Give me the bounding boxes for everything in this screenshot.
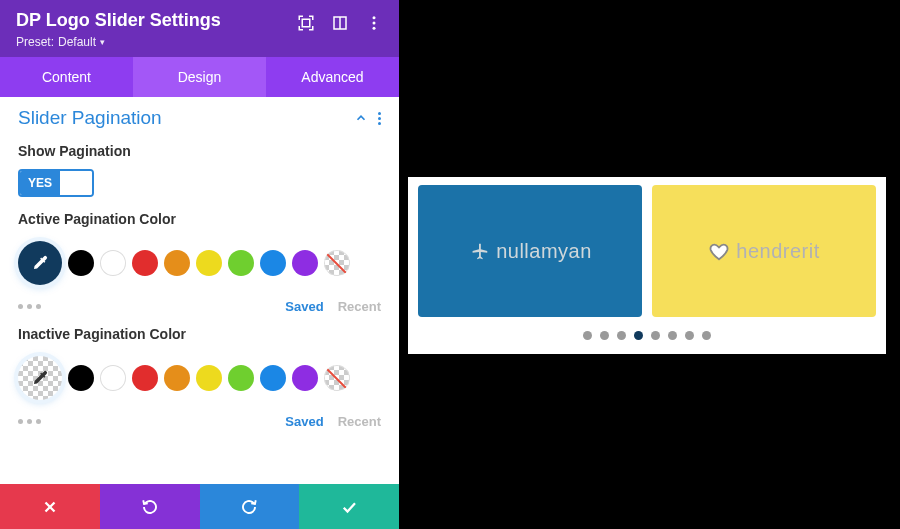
- pagination-dot[interactable]: [668, 331, 677, 340]
- tab-design[interactable]: Design: [133, 57, 266, 97]
- swatch-orange[interactable]: [164, 250, 190, 276]
- recent-link[interactable]: Recent: [338, 414, 381, 429]
- swatch-purple[interactable]: [292, 365, 318, 391]
- field-show-pagination: Show Pagination YES: [0, 139, 399, 207]
- inactive-swatches: [18, 352, 381, 400]
- pagination-dot[interactable]: [583, 331, 592, 340]
- pagination-dot[interactable]: [600, 331, 609, 340]
- cancel-button[interactable]: [0, 484, 100, 529]
- svg-point-4: [373, 22, 376, 25]
- pagination-dot[interactable]: [702, 331, 711, 340]
- field-active-color: Active Pagination Color: [0, 207, 399, 295]
- svg-rect-0: [302, 19, 310, 27]
- plane-icon: [468, 240, 490, 262]
- eyedropper-icon: [31, 254, 49, 272]
- swatch-orange[interactable]: [164, 365, 190, 391]
- pagination-dot[interactable]: [651, 331, 660, 340]
- preset-value: Default: [58, 35, 96, 49]
- show-pagination-label: Show Pagination: [18, 143, 381, 159]
- toggle-yes-label: YES: [20, 171, 60, 195]
- undo-button[interactable]: [100, 484, 200, 529]
- panel-footer: [0, 484, 399, 529]
- recent-link[interactable]: Recent: [338, 299, 381, 314]
- swatch-red[interactable]: [132, 250, 158, 276]
- tab-content[interactable]: Content: [0, 57, 133, 97]
- logo-card-2[interactable]: hendrerit: [652, 185, 876, 317]
- swatch-yellow[interactable]: [196, 365, 222, 391]
- header-left: DP Logo Slider Settings Preset: Default …: [16, 10, 221, 49]
- panel-header: DP Logo Slider Settings Preset: Default …: [0, 0, 399, 57]
- swatch-blue[interactable]: [260, 250, 286, 276]
- swatch-white[interactable]: [100, 365, 126, 391]
- tab-bar: Content Design Advanced: [0, 57, 399, 97]
- show-pagination-toggle[interactable]: YES: [18, 169, 94, 197]
- header-actions: [297, 10, 383, 32]
- active-color-label: Active Pagination Color: [18, 211, 381, 227]
- active-color-picker[interactable]: [18, 241, 62, 285]
- svg-point-3: [373, 16, 376, 19]
- check-icon: [340, 498, 358, 516]
- logo-1-text: nullamyan: [496, 240, 592, 263]
- preset-label: Preset:: [16, 35, 54, 49]
- caret-down-icon: ▾: [100, 37, 105, 47]
- swatch-transparent[interactable]: [324, 250, 350, 276]
- inactive-color-meta: Saved Recent: [0, 410, 399, 437]
- swatch-black[interactable]: [68, 250, 94, 276]
- redo-button[interactable]: [200, 484, 300, 529]
- preset-selector[interactable]: Preset: Default ▾: [16, 35, 221, 49]
- section-header[interactable]: Slider Pagination: [0, 97, 399, 139]
- svg-point-5: [373, 27, 376, 30]
- swatch-green[interactable]: [228, 250, 254, 276]
- more-horizontal-icon[interactable]: [18, 304, 41, 309]
- save-button[interactable]: [299, 484, 399, 529]
- section-more-icon[interactable]: [378, 112, 381, 125]
- undo-icon: [141, 498, 159, 516]
- pagination-dot-active[interactable]: [634, 331, 643, 340]
- field-inactive-color: Inactive Pagination Color: [0, 322, 399, 410]
- saved-link[interactable]: Saved: [285, 414, 323, 429]
- settings-scroll[interactable]: Slider Pagination Show Pagination YES Ac…: [0, 97, 399, 484]
- swatch-white[interactable]: [100, 250, 126, 276]
- slider-preview: nullamyan hendrerit: [408, 177, 886, 354]
- pagination-dot[interactable]: [617, 331, 626, 340]
- swatch-green[interactable]: [228, 365, 254, 391]
- swatch-red[interactable]: [132, 365, 158, 391]
- redo-icon: [240, 498, 258, 516]
- swatch-transparent[interactable]: [324, 365, 350, 391]
- tab-advanced[interactable]: Advanced: [266, 57, 399, 97]
- settings-panel: DP Logo Slider Settings Preset: Default …: [0, 0, 399, 529]
- section-title: Slider Pagination: [18, 107, 354, 129]
- active-color-meta: Saved Recent: [0, 295, 399, 322]
- logo-2-text: hendrerit: [736, 240, 819, 263]
- panel-title: DP Logo Slider Settings: [16, 10, 221, 31]
- logo-card-1[interactable]: nullamyan: [418, 185, 642, 317]
- more-icon[interactable]: [365, 14, 383, 32]
- swatch-yellow[interactable]: [196, 250, 222, 276]
- snap-icon[interactable]: [297, 14, 315, 32]
- swatch-black[interactable]: [68, 365, 94, 391]
- more-horizontal-icon[interactable]: [18, 419, 41, 424]
- swatch-purple[interactable]: [292, 250, 318, 276]
- slider-cards: nullamyan hendrerit: [418, 185, 876, 317]
- eyedropper-icon: [31, 369, 49, 387]
- active-swatches: [18, 237, 381, 285]
- inactive-color-label: Inactive Pagination Color: [18, 326, 381, 342]
- columns-icon[interactable]: [331, 14, 349, 32]
- saved-link[interactable]: Saved: [285, 299, 323, 314]
- close-icon: [41, 498, 59, 516]
- heart-icon: [708, 240, 730, 262]
- toggle-knob: [60, 171, 92, 195]
- chevron-up-icon: [354, 111, 368, 125]
- slider-pagination: [418, 331, 876, 340]
- inactive-color-picker[interactable]: [18, 356, 62, 400]
- pagination-dot[interactable]: [685, 331, 694, 340]
- swatch-blue[interactable]: [260, 365, 286, 391]
